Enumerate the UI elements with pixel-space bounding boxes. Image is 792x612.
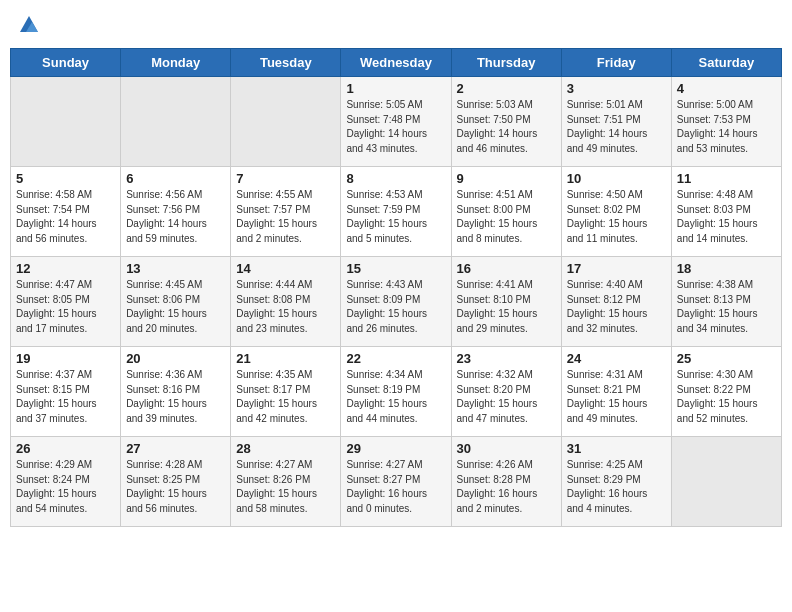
calendar-cell: 14Sunrise: 4:44 AMSunset: 8:08 PMDayligh… xyxy=(231,257,341,347)
day-info: Sunrise: 4:56 AMSunset: 7:56 PMDaylight:… xyxy=(126,188,225,246)
calendar-cell xyxy=(671,437,781,527)
day-info: Sunrise: 4:25 AMSunset: 8:29 PMDaylight:… xyxy=(567,458,666,516)
day-number: 16 xyxy=(457,261,556,276)
day-info: Sunrise: 4:27 AMSunset: 8:26 PMDaylight:… xyxy=(236,458,335,516)
day-info: Sunrise: 4:53 AMSunset: 7:59 PMDaylight:… xyxy=(346,188,445,246)
week-row-4: 19Sunrise: 4:37 AMSunset: 8:15 PMDayligh… xyxy=(11,347,782,437)
calendar-cell: 1Sunrise: 5:05 AMSunset: 7:48 PMDaylight… xyxy=(341,77,451,167)
calendar-cell: 20Sunrise: 4:36 AMSunset: 8:16 PMDayligh… xyxy=(121,347,231,437)
calendar-cell: 8Sunrise: 4:53 AMSunset: 7:59 PMDaylight… xyxy=(341,167,451,257)
day-number: 27 xyxy=(126,441,225,456)
day-info: Sunrise: 4:58 AMSunset: 7:54 PMDaylight:… xyxy=(16,188,115,246)
calendar-cell: 3Sunrise: 5:01 AMSunset: 7:51 PMDaylight… xyxy=(561,77,671,167)
day-number: 14 xyxy=(236,261,335,276)
day-info: Sunrise: 4:51 AMSunset: 8:00 PMDaylight:… xyxy=(457,188,556,246)
day-number: 22 xyxy=(346,351,445,366)
day-number: 29 xyxy=(346,441,445,456)
day-info: Sunrise: 4:28 AMSunset: 8:25 PMDaylight:… xyxy=(126,458,225,516)
day-info: Sunrise: 4:44 AMSunset: 8:08 PMDaylight:… xyxy=(236,278,335,336)
calendar-cell: 24Sunrise: 4:31 AMSunset: 8:21 PMDayligh… xyxy=(561,347,671,437)
day-number: 18 xyxy=(677,261,776,276)
calendar-table: SundayMondayTuesdayWednesdayThursdayFrid… xyxy=(10,48,782,527)
day-number: 10 xyxy=(567,171,666,186)
day-number: 11 xyxy=(677,171,776,186)
day-info: Sunrise: 4:41 AMSunset: 8:10 PMDaylight:… xyxy=(457,278,556,336)
day-info: Sunrise: 4:29 AMSunset: 8:24 PMDaylight:… xyxy=(16,458,115,516)
calendar-cell: 22Sunrise: 4:34 AMSunset: 8:19 PMDayligh… xyxy=(341,347,451,437)
day-info: Sunrise: 4:48 AMSunset: 8:03 PMDaylight:… xyxy=(677,188,776,246)
calendar-cell: 29Sunrise: 4:27 AMSunset: 8:27 PMDayligh… xyxy=(341,437,451,527)
calendar-cell xyxy=(231,77,341,167)
day-info: Sunrise: 4:34 AMSunset: 8:19 PMDaylight:… xyxy=(346,368,445,426)
day-info: Sunrise: 4:38 AMSunset: 8:13 PMDaylight:… xyxy=(677,278,776,336)
day-info: Sunrise: 4:31 AMSunset: 8:21 PMDaylight:… xyxy=(567,368,666,426)
day-number: 15 xyxy=(346,261,445,276)
calendar-cell: 18Sunrise: 4:38 AMSunset: 8:13 PMDayligh… xyxy=(671,257,781,347)
day-info: Sunrise: 4:26 AMSunset: 8:28 PMDaylight:… xyxy=(457,458,556,516)
calendar-cell: 10Sunrise: 4:50 AMSunset: 8:02 PMDayligh… xyxy=(561,167,671,257)
week-row-2: 5Sunrise: 4:58 AMSunset: 7:54 PMDaylight… xyxy=(11,167,782,257)
weekday-header-tuesday: Tuesday xyxy=(231,49,341,77)
day-number: 20 xyxy=(126,351,225,366)
weekday-header-row: SundayMondayTuesdayWednesdayThursdayFrid… xyxy=(11,49,782,77)
calendar-cell: 2Sunrise: 5:03 AMSunset: 7:50 PMDaylight… xyxy=(451,77,561,167)
calendar-cell: 28Sunrise: 4:27 AMSunset: 8:26 PMDayligh… xyxy=(231,437,341,527)
day-number: 4 xyxy=(677,81,776,96)
day-info: Sunrise: 4:50 AMSunset: 8:02 PMDaylight:… xyxy=(567,188,666,246)
calendar-cell: 6Sunrise: 4:56 AMSunset: 7:56 PMDaylight… xyxy=(121,167,231,257)
calendar-cell: 16Sunrise: 4:41 AMSunset: 8:10 PMDayligh… xyxy=(451,257,561,347)
day-number: 26 xyxy=(16,441,115,456)
calendar-cell: 30Sunrise: 4:26 AMSunset: 8:28 PMDayligh… xyxy=(451,437,561,527)
day-number: 9 xyxy=(457,171,556,186)
calendar-cell: 7Sunrise: 4:55 AMSunset: 7:57 PMDaylight… xyxy=(231,167,341,257)
calendar-cell: 17Sunrise: 4:40 AMSunset: 8:12 PMDayligh… xyxy=(561,257,671,347)
weekday-header-wednesday: Wednesday xyxy=(341,49,451,77)
day-number: 6 xyxy=(126,171,225,186)
day-info: Sunrise: 5:05 AMSunset: 7:48 PMDaylight:… xyxy=(346,98,445,156)
page-header xyxy=(10,10,782,40)
weekday-header-saturday: Saturday xyxy=(671,49,781,77)
day-info: Sunrise: 4:55 AMSunset: 7:57 PMDaylight:… xyxy=(236,188,335,246)
day-info: Sunrise: 5:00 AMSunset: 7:53 PMDaylight:… xyxy=(677,98,776,156)
day-number: 8 xyxy=(346,171,445,186)
day-info: Sunrise: 4:45 AMSunset: 8:06 PMDaylight:… xyxy=(126,278,225,336)
weekday-header-sunday: Sunday xyxy=(11,49,121,77)
calendar-cell: 27Sunrise: 4:28 AMSunset: 8:25 PMDayligh… xyxy=(121,437,231,527)
day-number: 19 xyxy=(16,351,115,366)
day-info: Sunrise: 4:40 AMSunset: 8:12 PMDaylight:… xyxy=(567,278,666,336)
calendar-cell: 5Sunrise: 4:58 AMSunset: 7:54 PMDaylight… xyxy=(11,167,121,257)
calendar-cell: 13Sunrise: 4:45 AMSunset: 8:06 PMDayligh… xyxy=(121,257,231,347)
weekday-header-monday: Monday xyxy=(121,49,231,77)
calendar-cell: 26Sunrise: 4:29 AMSunset: 8:24 PMDayligh… xyxy=(11,437,121,527)
logo-icon xyxy=(18,14,40,36)
day-number: 13 xyxy=(126,261,225,276)
day-number: 3 xyxy=(567,81,666,96)
day-number: 23 xyxy=(457,351,556,366)
week-row-3: 12Sunrise: 4:47 AMSunset: 8:05 PMDayligh… xyxy=(11,257,782,347)
day-info: Sunrise: 4:30 AMSunset: 8:22 PMDaylight:… xyxy=(677,368,776,426)
day-number: 12 xyxy=(16,261,115,276)
calendar-cell: 15Sunrise: 4:43 AMSunset: 8:09 PMDayligh… xyxy=(341,257,451,347)
day-number: 21 xyxy=(236,351,335,366)
calendar-cell: 31Sunrise: 4:25 AMSunset: 8:29 PMDayligh… xyxy=(561,437,671,527)
day-number: 7 xyxy=(236,171,335,186)
day-number: 2 xyxy=(457,81,556,96)
calendar-cell: 12Sunrise: 4:47 AMSunset: 8:05 PMDayligh… xyxy=(11,257,121,347)
day-number: 31 xyxy=(567,441,666,456)
day-info: Sunrise: 4:32 AMSunset: 8:20 PMDaylight:… xyxy=(457,368,556,426)
day-info: Sunrise: 5:03 AMSunset: 7:50 PMDaylight:… xyxy=(457,98,556,156)
day-number: 24 xyxy=(567,351,666,366)
day-number: 1 xyxy=(346,81,445,96)
calendar-cell xyxy=(121,77,231,167)
calendar-cell: 21Sunrise: 4:35 AMSunset: 8:17 PMDayligh… xyxy=(231,347,341,437)
day-number: 28 xyxy=(236,441,335,456)
day-info: Sunrise: 4:35 AMSunset: 8:17 PMDaylight:… xyxy=(236,368,335,426)
calendar-cell xyxy=(11,77,121,167)
day-number: 25 xyxy=(677,351,776,366)
weekday-header-friday: Friday xyxy=(561,49,671,77)
calendar-cell: 4Sunrise: 5:00 AMSunset: 7:53 PMDaylight… xyxy=(671,77,781,167)
day-info: Sunrise: 5:01 AMSunset: 7:51 PMDaylight:… xyxy=(567,98,666,156)
day-info: Sunrise: 4:43 AMSunset: 8:09 PMDaylight:… xyxy=(346,278,445,336)
day-number: 30 xyxy=(457,441,556,456)
calendar-cell: 25Sunrise: 4:30 AMSunset: 8:22 PMDayligh… xyxy=(671,347,781,437)
